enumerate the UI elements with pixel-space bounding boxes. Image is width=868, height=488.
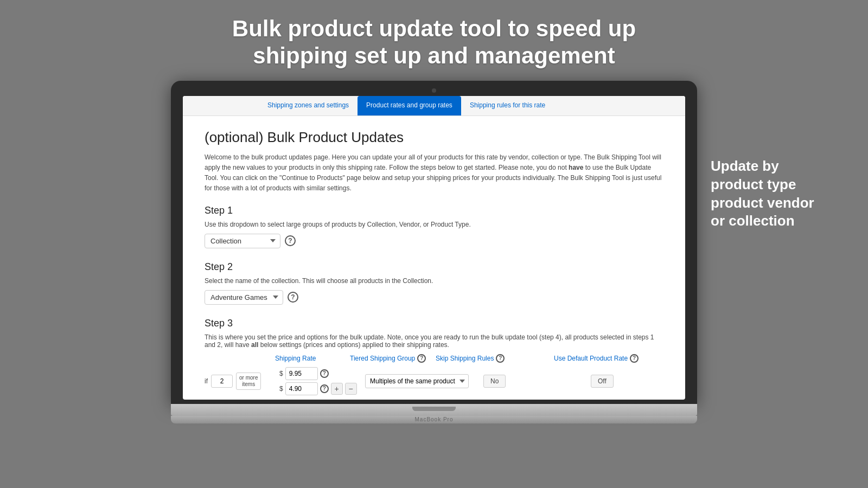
step2-dropdown[interactable]: Adventure Games Board Games Card Games	[205, 290, 283, 305]
skip-help-icon[interactable]: ?	[496, 354, 505, 363]
hero-title: Bulk product update tool to speed up shi…	[0, 0, 868, 81]
col-tiered: Tiered Shipping Group ?	[350, 354, 431, 363]
price2-help-icon[interactable]: ?	[320, 384, 329, 393]
step3-section: Step 3 This is where you set the price a…	[205, 318, 663, 395]
step2-section: Step 2 Select the name of the collection…	[205, 261, 663, 305]
tab-shipping-zones[interactable]: Shipping zones and settings	[259, 96, 358, 115]
price-row-1: $ ?	[279, 367, 361, 380]
screen-bezel: Shipping zones and settings Product rate…	[171, 81, 697, 404]
step1-dropdown-row: Collection Vendor Product Type ?	[205, 234, 663, 248]
tiered-group-cell: Multiples of the same product All produc…	[365, 374, 479, 388]
step1-dropdown[interactable]: Collection Vendor Product Type	[205, 234, 280, 248]
col-shipping-rate: Shipping Rate	[275, 354, 346, 363]
laptop: Shipping zones and settings Product rate…	[171, 81, 697, 423]
use-default-cell: Off	[591, 375, 678, 388]
or-more-button[interactable]: or moreitems	[236, 373, 261, 390]
col-skip: Skip Shipping Rules ?	[436, 354, 550, 363]
step2-dropdown-row: Adventure Games Board Games Card Games ?	[205, 290, 663, 305]
step2-help-icon[interactable]: ?	[288, 292, 298, 303]
price-input-2[interactable]	[285, 382, 318, 395]
step2-desc: Select the name of the collection. This …	[205, 277, 663, 285]
if-label-text: if	[205, 377, 208, 385]
laptop-container: Shipping zones and settings Product rate…	[0, 81, 868, 423]
screen: Shipping zones and settings Product rate…	[183, 96, 685, 400]
step1-desc: Use this dropdown to select large groups…	[205, 221, 663, 228]
skip-rules-cell: No	[483, 375, 586, 388]
tab-product-rates[interactable]: Product rates and group rates	[358, 96, 461, 115]
price-cell: $ ? $ ? + −	[279, 367, 361, 395]
skip-rules-toggle[interactable]: No	[483, 375, 506, 388]
price1-help-icon[interactable]: ?	[320, 369, 329, 378]
qty-input[interactable]	[211, 375, 233, 388]
tiered-help-icon[interactable]: ?	[417, 354, 426, 363]
tab-shipping-rules[interactable]: Shipping rules for this rate	[461, 96, 554, 115]
if-qty-cell: if or moreitems	[205, 373, 275, 390]
price-row-2: $ ? + −	[279, 382, 361, 395]
laptop-foot: MacBook Pro	[171, 416, 697, 423]
step1-help-icon[interactable]: ?	[285, 235, 296, 246]
page-title: (optional) Bulk Product Updates	[205, 129, 663, 146]
use-default-toggle[interactable]: Off	[591, 375, 614, 388]
content-area: (optional) Bulk Product Updates Welcome …	[183, 116, 685, 398]
step1-heading: Step 1	[205, 205, 663, 216]
add-price-row-button[interactable]: +	[331, 383, 343, 395]
remove-price-row-button[interactable]: −	[345, 383, 357, 395]
col-default: Use Default Product Rate ?	[554, 354, 657, 363]
laptop-base	[171, 404, 697, 416]
step1-section: Step 1 Use this dropdown to select large…	[205, 205, 663, 248]
price-input-1[interactable]	[285, 367, 318, 380]
laptop-notch	[412, 407, 456, 411]
tab-bar: Shipping zones and settings Product rate…	[183, 96, 685, 116]
default-help-icon[interactable]: ?	[630, 354, 639, 363]
tiered-group-dropdown[interactable]: Multiples of the same product All produc…	[365, 374, 469, 388]
step3-desc: This is where you set the price and opti…	[205, 333, 663, 349]
step3-heading: Step 3	[205, 318, 663, 329]
camera-dot	[432, 88, 436, 93]
step2-heading: Step 2	[205, 261, 663, 273]
intro-text: Welcome to the bulk product updates page…	[205, 152, 663, 194]
